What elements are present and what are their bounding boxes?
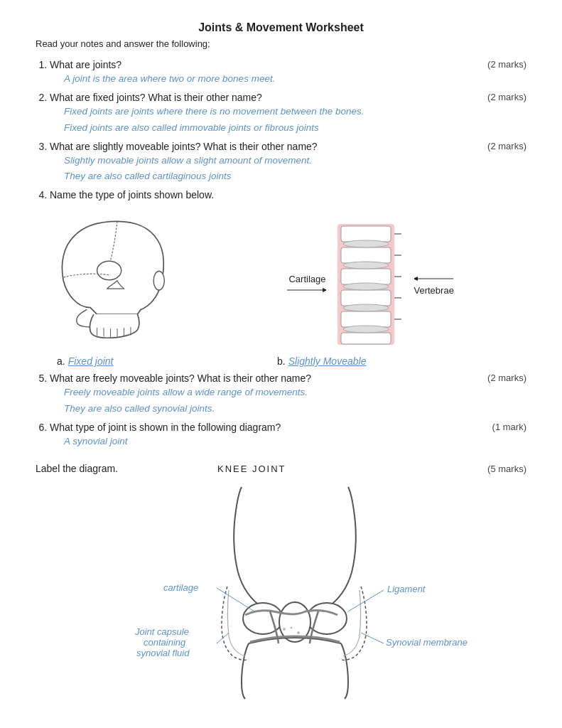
- q5-marks: (2 marks): [487, 373, 526, 383]
- label-b-container: b. Slightly Moveable: [277, 355, 366, 367]
- q1-marks: (2 marks): [487, 59, 526, 70]
- q4-text: Name the type of joints shown below.: [50, 189, 526, 200]
- knee-diagram-container: cartilage Ligament Joint capsule contain…: [36, 480, 526, 707]
- label-diagram-text: Label the diagram.: [36, 463, 118, 474]
- q2-answer-2: Fixed joints are also called immovable j…: [64, 121, 526, 135]
- svg-rect-18: [341, 333, 391, 344]
- q3-marks: (2 marks): [487, 141, 526, 151]
- label-a-container: a. Fixed joint: [57, 355, 199, 367]
- label-a-link[interactable]: Fixed joint: [68, 355, 114, 367]
- q3-answer-2: They are also called cartilaginous joint…: [64, 169, 526, 183]
- cartilage-label: Cartilage: [288, 274, 325, 284]
- knee-svg: cartilage Ligament Joint capsule contain…: [36, 480, 533, 700]
- svg-point-23: [343, 326, 389, 333]
- svg-text:Ligament: Ligament: [387, 584, 426, 594]
- q6-text: What type of joint is shown in the follo…: [50, 422, 485, 433]
- spine-with-labels: Cartilage: [283, 220, 457, 348]
- svg-marker-11: [323, 288, 326, 292]
- q5-answer-2: They are also called synovial joints.: [64, 402, 526, 416]
- svg-point-22: [343, 304, 389, 311]
- cartilage-arrow: [283, 284, 326, 296]
- question-6: What type of joint is shown in the follo…: [50, 422, 526, 449]
- svg-rect-16: [341, 290, 391, 306]
- svg-rect-17: [341, 311, 391, 327]
- q6-marks: (1 mark): [492, 422, 526, 432]
- svg-rect-13: [341, 226, 391, 242]
- svg-rect-14: [341, 247, 391, 263]
- svg-point-35: [297, 631, 300, 634]
- q2-text: What are fixed joints? What is their oth…: [50, 92, 480, 103]
- vertebrae-label-container: Vertebrae: [414, 273, 457, 296]
- q2-answer-1: Fixed joints are joints where there is n…: [64, 105, 526, 119]
- svg-text:cartilage: cartilage: [163, 582, 198, 593]
- vertebrae-label: Vertebrae: [414, 285, 454, 296]
- question-2: What are fixed joints? What is their oth…: [50, 92, 526, 135]
- q3-text: What are slightly moveable joints? What …: [50, 141, 480, 152]
- q1-text: What are joints?: [50, 59, 480, 70]
- svg-point-20: [343, 262, 389, 269]
- svg-marker-30: [414, 277, 418, 281]
- label-b-link[interactable]: Slightly Moveable: [288, 355, 367, 367]
- skull-diagram: [50, 213, 192, 343]
- svg-text:Joint capsule: Joint capsule: [134, 626, 189, 637]
- spine-section: Cartilage: [213, 213, 526, 348]
- skull-svg: [50, 213, 185, 341]
- q5-answer-1: Freely moveable joints allow a wide rang…: [64, 385, 526, 400]
- question-5: What are freely moveable joints? What is…: [50, 373, 526, 416]
- svg-point-21: [343, 283, 389, 290]
- svg-rect-15: [341, 269, 391, 284]
- vertebrae-arrow: [414, 273, 457, 284]
- label-a-prefix: a.: [57, 355, 65, 367]
- svg-line-41: [217, 633, 229, 643]
- knee-marks: (5 marks): [487, 464, 526, 474]
- svg-text:Synovial membrane: Synovial membrane: [386, 637, 468, 648]
- svg-point-9: [153, 272, 164, 291]
- q1-answer: A joint is the area where two or more bo…: [64, 72, 526, 86]
- question-4: Name the type of joints shown below.: [50, 189, 526, 367]
- svg-point-31: [243, 603, 283, 634]
- svg-point-19: [343, 240, 389, 247]
- knee-joint-title: KNEE JOINT: [217, 464, 286, 474]
- diagram-4-section: Cartilage: [50, 213, 526, 348]
- q5-text: What are freely moveable joints? What is…: [50, 373, 480, 384]
- spine-svg: [330, 220, 401, 348]
- cartilage-label-container: Cartilage: [283, 273, 326, 296]
- question-3: What are slightly moveable joints? What …: [50, 141, 526, 184]
- subtitle: Read your notes and answer the following…: [36, 38, 526, 49]
- svg-point-36: [291, 627, 293, 629]
- svg-point-34: [283, 628, 286, 631]
- diagram-labels: a. Fixed joint b. Slightly Moveable: [57, 355, 526, 367]
- knee-section: Label the diagram. KNEE JOINT (5 marks): [36, 463, 526, 707]
- page-title: Joints & Movement Worksheet: [36, 21, 526, 34]
- svg-text:synovial fluid: synovial fluid: [136, 648, 190, 658]
- label-b-prefix: b.: [277, 355, 286, 367]
- q2-marks: (2 marks): [487, 92, 526, 102]
- spine-diagram-area: Cartilage: [213, 220, 526, 348]
- q3-answer-1: Slightly movable joints allow a slight a…: [64, 154, 526, 168]
- svg-text:containing: containing: [144, 637, 186, 648]
- q6-answer: A synovial joint: [64, 434, 526, 449]
- question-1: What are joints? (2 marks) A joint is th…: [50, 59, 526, 86]
